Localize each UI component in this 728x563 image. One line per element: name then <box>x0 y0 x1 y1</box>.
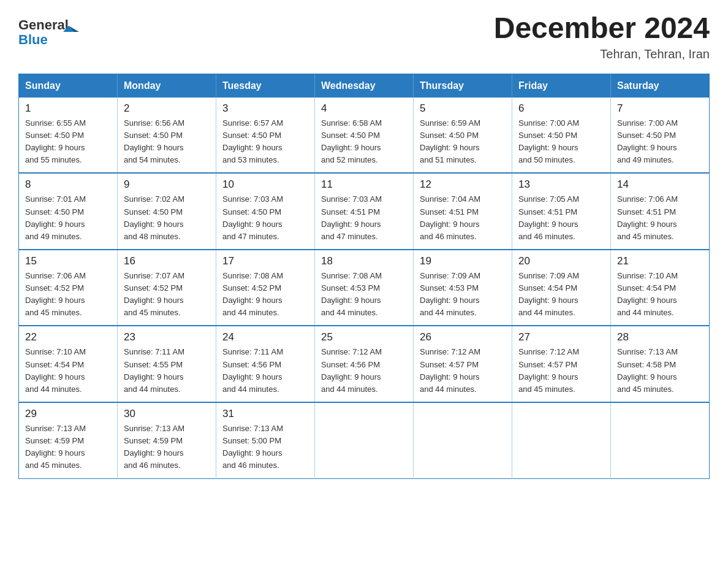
day-info: Sunrise: 7:12 AM Sunset: 4:57 PM Dayligh… <box>420 346 506 396</box>
svg-text:Blue: Blue <box>18 32 48 47</box>
calendar-empty-cell <box>315 402 414 478</box>
logo-icon: General Blue <box>18 12 86 49</box>
day-number: 30 <box>124 408 210 420</box>
day-number: 25 <box>321 331 407 343</box>
day-number: 8 <box>25 178 111 191</box>
day-info: Sunrise: 6:59 AM Sunset: 4:50 PM Dayligh… <box>420 117 506 167</box>
calendar-table: SundayMondayTuesdayWednesdayThursdayFrid… <box>18 74 710 479</box>
calendar-day-cell: 7 Sunrise: 7:00 AM Sunset: 4:50 PM Dayli… <box>611 98 710 174</box>
day-number: 29 <box>25 408 111 420</box>
calendar-day-cell: 25 Sunrise: 7:12 AM Sunset: 4:56 PM Dayl… <box>315 326 414 402</box>
weekday-header-wednesday: Wednesday <box>315 74 414 98</box>
calendar-day-cell: 4 Sunrise: 6:58 AM Sunset: 4:50 PM Dayli… <box>315 98 414 174</box>
day-info: Sunrise: 7:09 AM Sunset: 4:53 PM Dayligh… <box>420 270 506 320</box>
day-number: 4 <box>321 102 407 115</box>
calendar-day-cell: 27 Sunrise: 7:12 AM Sunset: 4:57 PM Dayl… <box>512 326 611 402</box>
day-number: 20 <box>518 255 604 267</box>
day-info: Sunrise: 7:06 AM Sunset: 4:52 PM Dayligh… <box>25 270 111 320</box>
calendar-day-cell: 6 Sunrise: 7:00 AM Sunset: 4:50 PM Dayli… <box>512 98 611 174</box>
day-number: 1 <box>25 102 111 115</box>
day-number: 6 <box>518 102 604 115</box>
day-number: 2 <box>124 102 210 115</box>
day-info: Sunrise: 7:12 AM Sunset: 4:56 PM Dayligh… <box>321 346 407 396</box>
calendar-day-cell: 24 Sunrise: 7:11 AM Sunset: 4:56 PM Dayl… <box>216 326 315 402</box>
location: Tehran, Tehran, Iran <box>494 47 710 61</box>
day-info: Sunrise: 7:08 AM Sunset: 4:53 PM Dayligh… <box>321 270 407 320</box>
calendar-empty-cell <box>611 402 710 478</box>
day-number: 31 <box>222 408 308 420</box>
calendar-day-cell: 10 Sunrise: 7:03 AM Sunset: 4:50 PM Dayl… <box>216 173 315 250</box>
weekday-header-friday: Friday <box>512 74 611 98</box>
day-number: 14 <box>617 178 703 191</box>
calendar-day-cell: 1 Sunrise: 6:55 AM Sunset: 4:50 PM Dayli… <box>19 98 118 174</box>
calendar-day-cell: 9 Sunrise: 7:02 AM Sunset: 4:50 PM Dayli… <box>118 173 216 250</box>
calendar-day-cell: 17 Sunrise: 7:08 AM Sunset: 4:52 PM Dayl… <box>216 250 315 326</box>
calendar-day-cell: 12 Sunrise: 7:04 AM Sunset: 4:51 PM Dayl… <box>414 173 512 250</box>
calendar-day-cell: 26 Sunrise: 7:12 AM Sunset: 4:57 PM Dayl… <box>414 326 512 402</box>
calendar-day-cell: 19 Sunrise: 7:09 AM Sunset: 4:53 PM Dayl… <box>414 250 512 326</box>
day-info: Sunrise: 7:01 AM Sunset: 4:50 PM Dayligh… <box>25 193 111 243</box>
calendar-day-cell: 14 Sunrise: 7:06 AM Sunset: 4:51 PM Dayl… <box>611 173 710 250</box>
calendar-day-cell: 16 Sunrise: 7:07 AM Sunset: 4:52 PM Dayl… <box>118 250 216 326</box>
day-number: 26 <box>420 331 506 343</box>
day-info: Sunrise: 7:13 AM Sunset: 4:58 PM Dayligh… <box>617 346 703 396</box>
calendar-day-cell: 13 Sunrise: 7:05 AM Sunset: 4:51 PM Dayl… <box>512 173 611 250</box>
calendar-day-cell: 18 Sunrise: 7:08 AM Sunset: 4:53 PM Dayl… <box>315 250 414 326</box>
calendar-week-row: 1 Sunrise: 6:55 AM Sunset: 4:50 PM Dayli… <box>19 98 710 174</box>
calendar-day-cell: 22 Sunrise: 7:10 AM Sunset: 4:54 PM Dayl… <box>19 326 118 402</box>
calendar-day-cell: 31 Sunrise: 7:13 AM Sunset: 5:00 PM Dayl… <box>216 402 315 478</box>
day-number: 10 <box>222 178 308 191</box>
weekday-header-saturday: Saturday <box>611 74 710 98</box>
day-info: Sunrise: 7:03 AM Sunset: 4:51 PM Dayligh… <box>321 193 407 243</box>
day-info: Sunrise: 7:13 AM Sunset: 4:59 PM Dayligh… <box>124 423 210 472</box>
calendar-day-cell: 21 Sunrise: 7:10 AM Sunset: 4:54 PM Dayl… <box>611 250 710 326</box>
day-info: Sunrise: 7:12 AM Sunset: 4:57 PM Dayligh… <box>518 346 604 396</box>
day-number: 17 <box>222 255 308 267</box>
day-number: 11 <box>321 178 407 191</box>
calendar-week-row: 22 Sunrise: 7:10 AM Sunset: 4:54 PM Dayl… <box>19 326 710 402</box>
calendar-day-cell: 28 Sunrise: 7:13 AM Sunset: 4:58 PM Dayl… <box>611 326 710 402</box>
day-number: 27 <box>518 331 604 343</box>
calendar-empty-cell <box>414 402 512 478</box>
day-info: Sunrise: 7:00 AM Sunset: 4:50 PM Dayligh… <box>518 117 604 167</box>
day-number: 28 <box>617 331 703 343</box>
page-header: General Blue December 2024 Tehran, Tehra… <box>18 12 710 61</box>
calendar-header-row: SundayMondayTuesdayWednesdayThursdayFrid… <box>19 74 710 98</box>
calendar-week-row: 8 Sunrise: 7:01 AM Sunset: 4:50 PM Dayli… <box>19 173 710 250</box>
logo: General Blue <box>18 12 86 52</box>
day-number: 13 <box>518 178 604 191</box>
day-number: 9 <box>124 178 210 191</box>
day-info: Sunrise: 6:58 AM Sunset: 4:50 PM Dayligh… <box>321 117 407 167</box>
day-number: 3 <box>222 102 308 115</box>
day-info: Sunrise: 6:55 AM Sunset: 4:50 PM Dayligh… <box>25 117 111 167</box>
day-number: 18 <box>321 255 407 267</box>
day-info: Sunrise: 7:13 AM Sunset: 5:00 PM Dayligh… <box>222 423 308 472</box>
day-info: Sunrise: 7:11 AM Sunset: 4:56 PM Dayligh… <box>222 346 308 396</box>
day-info: Sunrise: 7:04 AM Sunset: 4:51 PM Dayligh… <box>420 193 506 243</box>
day-number: 24 <box>222 331 308 343</box>
calendar-empty-cell <box>512 402 611 478</box>
calendar-day-cell: 30 Sunrise: 7:13 AM Sunset: 4:59 PM Dayl… <box>118 402 216 478</box>
day-number: 15 <box>25 255 111 267</box>
title-block: December 2024 Tehran, Tehran, Iran <box>494 12 710 61</box>
weekday-header-sunday: Sunday <box>19 74 118 98</box>
calendar-day-cell: 29 Sunrise: 7:13 AM Sunset: 4:59 PM Dayl… <box>19 402 118 478</box>
day-info: Sunrise: 7:00 AM Sunset: 4:50 PM Dayligh… <box>617 117 703 167</box>
day-info: Sunrise: 7:13 AM Sunset: 4:59 PM Dayligh… <box>25 423 111 472</box>
calendar-week-row: 29 Sunrise: 7:13 AM Sunset: 4:59 PM Dayl… <box>19 402 710 478</box>
day-info: Sunrise: 7:02 AM Sunset: 4:50 PM Dayligh… <box>124 193 210 243</box>
day-info: Sunrise: 7:10 AM Sunset: 4:54 PM Dayligh… <box>25 346 111 396</box>
day-info: Sunrise: 7:07 AM Sunset: 4:52 PM Dayligh… <box>124 270 210 320</box>
day-info: Sunrise: 7:05 AM Sunset: 4:51 PM Dayligh… <box>518 193 604 243</box>
day-number: 23 <box>124 331 210 343</box>
calendar-day-cell: 8 Sunrise: 7:01 AM Sunset: 4:50 PM Dayli… <box>19 173 118 250</box>
day-number: 22 <box>25 331 111 343</box>
calendar-day-cell: 15 Sunrise: 7:06 AM Sunset: 4:52 PM Dayl… <box>19 250 118 326</box>
calendar-day-cell: 11 Sunrise: 7:03 AM Sunset: 4:51 PM Dayl… <box>315 173 414 250</box>
day-number: 21 <box>617 255 703 267</box>
calendar-week-row: 15 Sunrise: 7:06 AM Sunset: 4:52 PM Dayl… <box>19 250 710 326</box>
day-info: Sunrise: 6:56 AM Sunset: 4:50 PM Dayligh… <box>124 117 210 167</box>
day-info: Sunrise: 7:09 AM Sunset: 4:54 PM Dayligh… <box>518 270 604 320</box>
weekday-header-tuesday: Tuesday <box>216 74 315 98</box>
day-info: Sunrise: 6:57 AM Sunset: 4:50 PM Dayligh… <box>222 117 308 167</box>
